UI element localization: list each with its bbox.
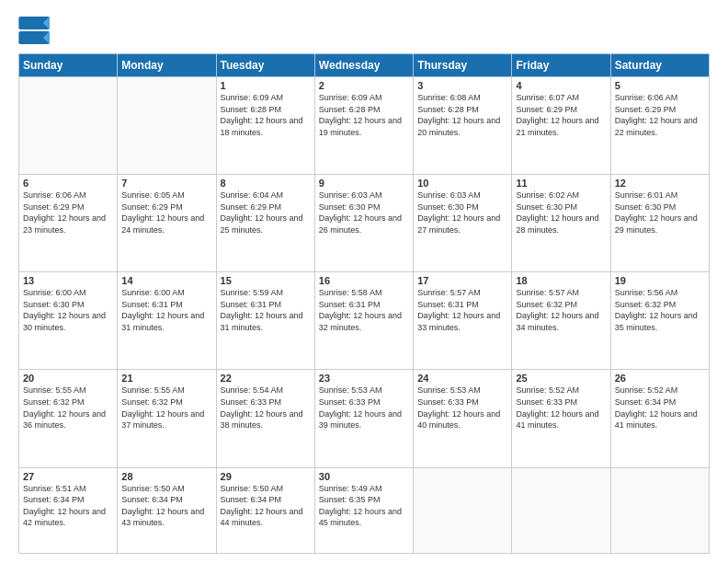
calendar-cell: 6Sunrise: 6:06 AM Sunset: 6:29 PM Daylig… [19, 175, 118, 272]
calendar-cell: 10Sunrise: 6:03 AM Sunset: 6:30 PM Dayli… [414, 175, 512, 272]
day-number: 4 [516, 80, 606, 91]
day-number: 2 [319, 80, 409, 91]
day-number: 24 [417, 373, 507, 384]
day-info: Sunrise: 6:06 AM Sunset: 6:29 PM Dayligh… [23, 190, 113, 236]
day-info: Sunrise: 6:09 AM Sunset: 6:28 PM Dayligh… [221, 92, 311, 138]
weekday-wednesday: Wednesday [314, 54, 413, 77]
day-number: 19 [615, 275, 705, 286]
calendar-table: SundayMondayTuesdayWednesdayThursdayFrid… [18, 53, 710, 554]
calendar-cell [118, 77, 216, 175]
logo-icon [18, 17, 51, 44]
weekday-header-row: SundayMondayTuesdayWednesdayThursdayFrid… [19, 54, 710, 77]
day-number: 15 [221, 275, 311, 286]
calendar-cell: 30Sunrise: 5:49 AM Sunset: 6:35 PM Dayli… [314, 467, 413, 553]
calendar-cell: 18Sunrise: 5:57 AM Sunset: 6:32 PM Dayli… [512, 272, 610, 370]
day-info: Sunrise: 5:52 AM Sunset: 6:34 PM Dayligh… [615, 385, 705, 431]
day-number: 23 [319, 373, 409, 384]
day-info: Sunrise: 6:06 AM Sunset: 6:29 PM Dayligh… [615, 92, 705, 138]
day-number: 8 [221, 178, 311, 189]
day-number: 30 [319, 471, 409, 482]
calendar-cell: 25Sunrise: 5:52 AM Sunset: 6:33 PM Dayli… [512, 370, 610, 467]
day-number: 18 [516, 275, 606, 286]
week-row-5: 27Sunrise: 5:51 AM Sunset: 6:34 PM Dayli… [19, 467, 710, 553]
weekday-thursday: Thursday [414, 54, 512, 77]
calendar-cell: 1Sunrise: 6:09 AM Sunset: 6:28 PM Daylig… [216, 77, 314, 175]
day-info: Sunrise: 5:49 AM Sunset: 6:35 PM Dayligh… [319, 483, 409, 529]
calendar-cell: 27Sunrise: 5:51 AM Sunset: 6:34 PM Dayli… [19, 467, 118, 553]
day-info: Sunrise: 5:57 AM Sunset: 6:31 PM Dayligh… [417, 287, 507, 333]
day-number: 17 [417, 275, 507, 286]
calendar-cell [414, 467, 512, 553]
day-info: Sunrise: 5:57 AM Sunset: 6:32 PM Dayligh… [516, 287, 606, 333]
calendar-cell: 13Sunrise: 6:00 AM Sunset: 6:30 PM Dayli… [19, 272, 118, 370]
day-number: 13 [23, 275, 113, 286]
day-info: Sunrise: 6:03 AM Sunset: 6:30 PM Dayligh… [417, 190, 507, 236]
day-info: Sunrise: 6:00 AM Sunset: 6:30 PM Dayligh… [23, 287, 113, 333]
calendar-cell: 19Sunrise: 5:56 AM Sunset: 6:32 PM Dayli… [610, 272, 709, 370]
calendar-cell: 2Sunrise: 6:09 AM Sunset: 6:28 PM Daylig… [314, 77, 413, 175]
weekday-tuesday: Tuesday [216, 54, 314, 77]
calendar-cell: 14Sunrise: 6:00 AM Sunset: 6:31 PM Dayli… [118, 272, 216, 370]
day-number: 5 [615, 80, 705, 91]
day-info: Sunrise: 5:52 AM Sunset: 6:33 PM Dayligh… [516, 385, 606, 431]
calendar-cell: 21Sunrise: 5:55 AM Sunset: 6:32 PM Dayli… [118, 370, 216, 467]
day-info: Sunrise: 5:55 AM Sunset: 6:32 PM Dayligh… [121, 385, 211, 431]
calendar-cell: 5Sunrise: 6:06 AM Sunset: 6:29 PM Daylig… [610, 77, 709, 175]
day-info: Sunrise: 6:08 AM Sunset: 6:28 PM Dayligh… [417, 92, 507, 138]
day-info: Sunrise: 5:53 AM Sunset: 6:33 PM Dayligh… [417, 385, 507, 431]
day-number: 27 [23, 471, 113, 482]
day-number: 9 [319, 178, 409, 189]
calendar-cell: 26Sunrise: 5:52 AM Sunset: 6:34 PM Dayli… [610, 370, 709, 467]
week-row-4: 20Sunrise: 5:55 AM Sunset: 6:32 PM Dayli… [19, 370, 710, 467]
calendar-cell [19, 77, 118, 175]
day-number: 16 [319, 275, 409, 286]
day-info: Sunrise: 5:50 AM Sunset: 6:34 PM Dayligh… [121, 483, 211, 529]
week-row-1: 1Sunrise: 6:09 AM Sunset: 6:28 PM Daylig… [19, 77, 710, 175]
day-number: 10 [417, 178, 507, 189]
day-info: Sunrise: 6:02 AM Sunset: 6:30 PM Dayligh… [516, 190, 606, 236]
calendar-cell: 7Sunrise: 6:05 AM Sunset: 6:29 PM Daylig… [118, 175, 216, 272]
day-number: 1 [221, 80, 311, 91]
calendar-cell: 17Sunrise: 5:57 AM Sunset: 6:31 PM Dayli… [414, 272, 512, 370]
day-info: Sunrise: 5:53 AM Sunset: 6:33 PM Dayligh… [319, 385, 409, 431]
calendar-cell: 12Sunrise: 6:01 AM Sunset: 6:30 PM Dayli… [610, 175, 709, 272]
day-info: Sunrise: 5:59 AM Sunset: 6:31 PM Dayligh… [221, 287, 311, 333]
calendar-cell: 9Sunrise: 6:03 AM Sunset: 6:30 PM Daylig… [314, 175, 413, 272]
day-number: 29 [221, 471, 311, 482]
calendar-cell: 24Sunrise: 5:53 AM Sunset: 6:33 PM Dayli… [414, 370, 512, 467]
calendar-cell: 28Sunrise: 5:50 AM Sunset: 6:34 PM Dayli… [118, 467, 216, 553]
day-info: Sunrise: 6:07 AM Sunset: 6:29 PM Dayligh… [516, 92, 606, 138]
header [18, 17, 710, 44]
day-number: 7 [121, 178, 211, 189]
page: SundayMondayTuesdayWednesdayThursdayFrid… [0, 0, 728, 563]
calendar-cell: 20Sunrise: 5:55 AM Sunset: 6:32 PM Dayli… [19, 370, 118, 467]
day-number: 14 [121, 275, 211, 286]
day-info: Sunrise: 5:54 AM Sunset: 6:33 PM Dayligh… [221, 385, 311, 431]
day-info: Sunrise: 5:50 AM Sunset: 6:34 PM Dayligh… [221, 483, 311, 529]
day-number: 22 [221, 373, 311, 384]
day-number: 3 [417, 80, 507, 91]
day-info: Sunrise: 5:51 AM Sunset: 6:34 PM Dayligh… [23, 483, 113, 529]
day-number: 12 [615, 178, 705, 189]
day-info: Sunrise: 6:01 AM Sunset: 6:30 PM Dayligh… [615, 190, 705, 236]
day-number: 28 [121, 471, 211, 482]
weekday-saturday: Saturday [610, 54, 709, 77]
calendar-cell: 3Sunrise: 6:08 AM Sunset: 6:28 PM Daylig… [414, 77, 512, 175]
calendar-cell: 22Sunrise: 5:54 AM Sunset: 6:33 PM Dayli… [216, 370, 314, 467]
day-info: Sunrise: 5:55 AM Sunset: 6:32 PM Dayligh… [23, 385, 113, 431]
day-number: 26 [615, 373, 705, 384]
logo [18, 17, 53, 44]
week-row-2: 6Sunrise: 6:06 AM Sunset: 6:29 PM Daylig… [19, 175, 710, 272]
day-number: 11 [516, 178, 606, 189]
day-info: Sunrise: 5:58 AM Sunset: 6:31 PM Dayligh… [319, 287, 409, 333]
day-info: Sunrise: 6:00 AM Sunset: 6:31 PM Dayligh… [121, 287, 211, 333]
calendar-cell: 4Sunrise: 6:07 AM Sunset: 6:29 PM Daylig… [512, 77, 610, 175]
weekday-friday: Friday [512, 54, 610, 77]
day-info: Sunrise: 6:04 AM Sunset: 6:29 PM Dayligh… [221, 190, 311, 236]
calendar-cell: 23Sunrise: 5:53 AM Sunset: 6:33 PM Dayli… [314, 370, 413, 467]
calendar-cell: 29Sunrise: 5:50 AM Sunset: 6:34 PM Dayli… [216, 467, 314, 553]
day-number: 21 [121, 373, 211, 384]
calendar-cell [512, 467, 610, 553]
weekday-monday: Monday [118, 54, 216, 77]
calendar-cell [610, 467, 709, 553]
